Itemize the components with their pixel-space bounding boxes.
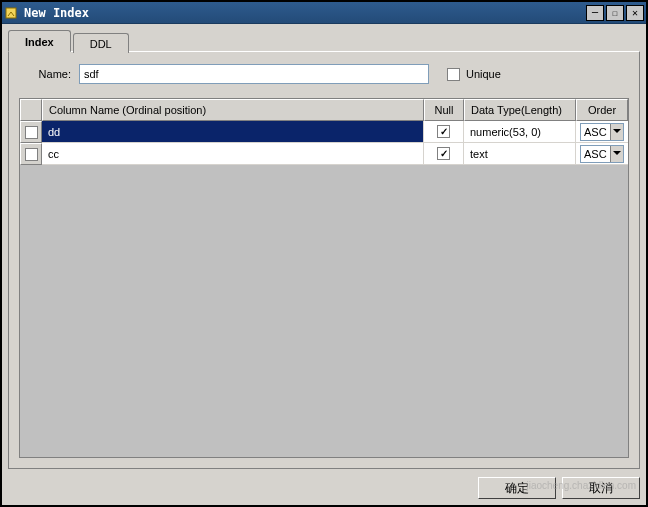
tab-ddl[interactable]: DDL [73, 33, 129, 53]
row-order-cell: ASC [576, 121, 628, 143]
row-data-type: text [464, 143, 576, 165]
row-order-cell: ASC [576, 143, 628, 165]
title-bar: New Index ─ ☐ ✕ [2, 2, 646, 24]
unique-checkbox[interactable] [447, 68, 460, 81]
header-data-type[interactable]: Data Type(Length) [464, 99, 576, 121]
minimize-button[interactable]: ─ [586, 5, 604, 21]
tab-index[interactable]: Index [8, 30, 71, 52]
row-column-name[interactable]: dd [42, 121, 424, 143]
header-checkbox-col [20, 99, 42, 121]
order-value: ASC [581, 148, 610, 160]
tab-strip: Index DDL [8, 30, 640, 52]
unique-wrap: Unique [447, 68, 501, 81]
row-checkbox-cell [20, 143, 42, 165]
table-row[interactable]: ddnumeric(53, 0)ASC [20, 121, 628, 143]
header-null[interactable]: Null [424, 99, 464, 121]
row-null-cell [424, 143, 464, 165]
svg-rect-0 [6, 8, 16, 18]
table-header: Column Name (Ordinal position) Null Data… [20, 99, 628, 121]
window-title: New Index [24, 6, 584, 20]
row-checkbox[interactable] [25, 126, 38, 139]
row-checkbox[interactable] [25, 148, 38, 161]
order-select[interactable]: ASC [580, 145, 624, 163]
chevron-down-icon [610, 146, 623, 162]
columns-table: Column Name (Ordinal position) Null Data… [19, 98, 629, 458]
table-row[interactable]: cctextASC [20, 143, 628, 165]
unique-label: Unique [466, 68, 501, 80]
row-null-checkbox[interactable] [437, 147, 450, 160]
name-input[interactable] [79, 64, 429, 84]
tab-content: Name: Unique Column Name (Ordinal positi… [8, 51, 640, 469]
row-column-name[interactable]: cc [42, 143, 424, 165]
row-checkbox-cell [20, 121, 42, 143]
order-select[interactable]: ASC [580, 123, 624, 141]
row-null-cell [424, 121, 464, 143]
content-area: Index DDL Name: Unique Column Name (Ordi… [2, 24, 646, 505]
cancel-button[interactable]: 取消 [562, 477, 640, 499]
order-value: ASC [581, 126, 610, 138]
name-label: Name: [19, 68, 71, 80]
row-null-checkbox[interactable] [437, 125, 450, 138]
ok-button[interactable]: 确定 [478, 477, 556, 499]
row-data-type: numeric(53, 0) [464, 121, 576, 143]
close-button[interactable]: ✕ [626, 5, 644, 21]
table-body: ddnumeric(53, 0)ASCcctextASC [20, 121, 628, 457]
header-order[interactable]: Order [576, 99, 628, 121]
chevron-down-icon [610, 124, 623, 140]
footer-buttons: 确定 取消 [8, 469, 640, 499]
header-column-name[interactable]: Column Name (Ordinal position) [42, 99, 424, 121]
maximize-button[interactable]: ☐ [606, 5, 624, 21]
app-icon [4, 5, 20, 21]
window-buttons: ─ ☐ ✕ [584, 5, 644, 21]
name-row: Name: Unique [19, 64, 629, 84]
